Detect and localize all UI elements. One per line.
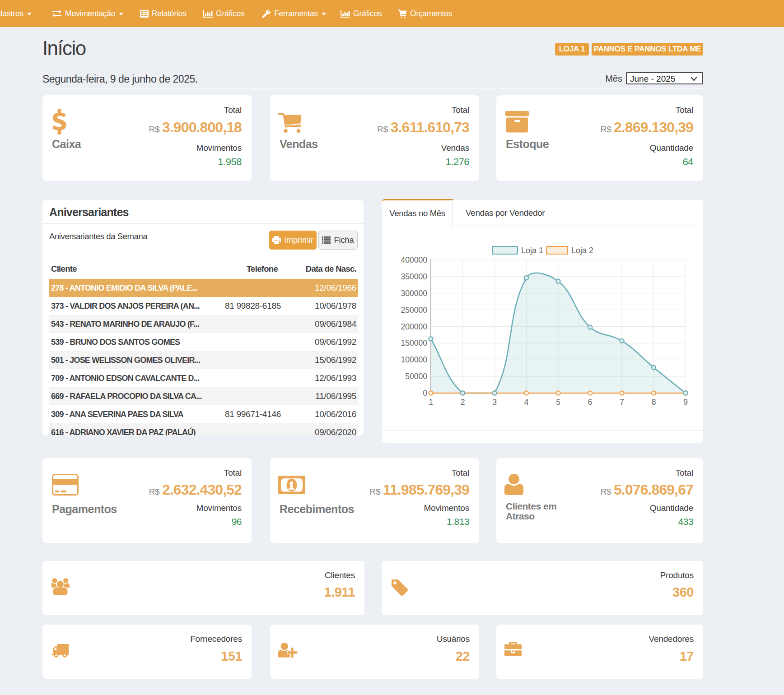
svg-text:0: 0 <box>423 389 427 398</box>
svg-text:2: 2 <box>461 398 465 407</box>
svg-text:300000: 300000 <box>401 289 428 298</box>
svg-text:100000: 100000 <box>401 355 428 364</box>
svg-text:3: 3 <box>492 398 497 407</box>
svg-text:Loja 1: Loja 1 <box>521 246 543 255</box>
svg-text:4: 4 <box>524 398 529 407</box>
svg-text:1: 1 <box>429 398 433 407</box>
svg-text:50000: 50000 <box>405 372 427 381</box>
svg-text:400000: 400000 <box>401 255 428 264</box>
svg-text:5: 5 <box>556 398 560 407</box>
svg-text:6: 6 <box>588 398 593 407</box>
svg-text:Loja 2: Loja 2 <box>571 246 593 255</box>
svg-text:150000: 150000 <box>401 338 428 348</box>
svg-text:350000: 350000 <box>401 272 428 281</box>
svg-text:9: 9 <box>683 398 688 407</box>
svg-text:250000: 250000 <box>401 306 428 315</box>
svg-text:200000: 200000 <box>401 322 428 331</box>
svg-text:7: 7 <box>620 398 624 407</box>
svg-text:8: 8 <box>652 398 656 407</box>
